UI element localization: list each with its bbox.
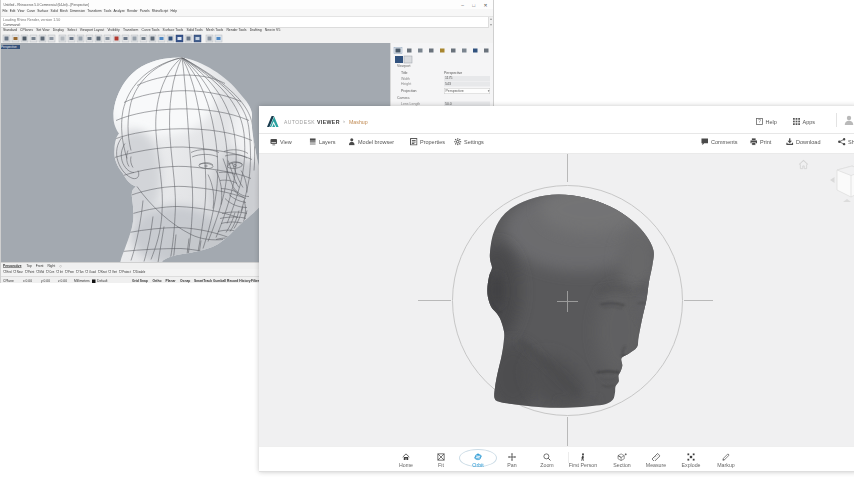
svg-text:?: ? (758, 119, 761, 124)
